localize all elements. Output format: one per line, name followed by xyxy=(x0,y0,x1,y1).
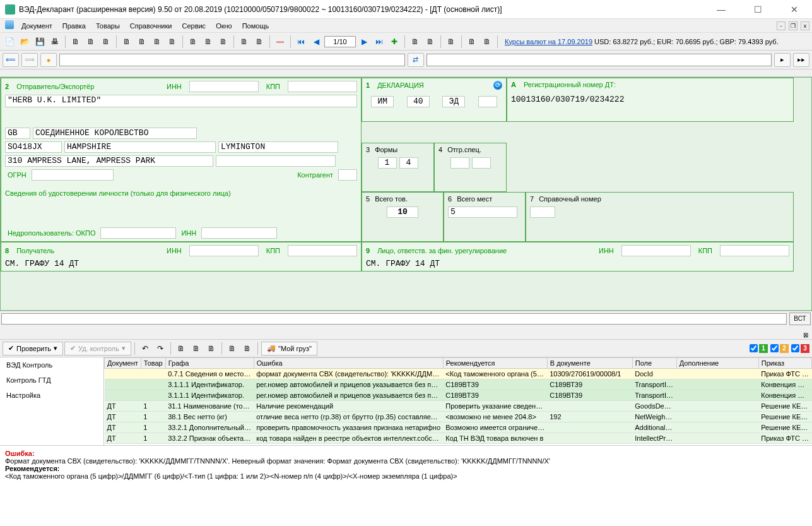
bct-button[interactable]: ВСТ xyxy=(789,313,811,325)
table-row[interactable]: ДТ138.1 Вес нетто (кг)отличие веса нетто… xyxy=(105,412,812,422)
decl-type2[interactable]: 40 xyxy=(407,96,430,107)
table-row[interactable]: 3.1.1.1 Идентификатор.рег.номер автомоби… xyxy=(105,380,812,390)
otgr-1[interactable] xyxy=(450,157,469,169)
nav-swap-icon[interactable]: ⇄ xyxy=(408,53,424,67)
fin-inn[interactable] xyxy=(621,245,691,256)
table-row[interactable]: ДТ133.2.1 Дополнительный прпроверить пра… xyxy=(105,422,812,433)
page-indicator[interactable]: 1/10 xyxy=(324,36,356,47)
my-cargo-button[interactable]: 🚚"Мой груз" xyxy=(261,342,317,356)
filter-1-checkbox[interactable]: 1 xyxy=(750,344,768,353)
table-row[interactable]: 0.7.1 Сведения о местонаформат документа… xyxy=(105,369,812,380)
tool-icon[interactable]: 🗎 xyxy=(423,35,437,49)
otgr-2[interactable] xyxy=(472,157,491,169)
grid-header[interactable]: Приказ xyxy=(758,358,811,369)
grid-header[interactable]: В документе xyxy=(547,358,632,369)
panel-close-icon[interactable]: ⊠ xyxy=(0,331,812,340)
grid-header[interactable]: Дополнение xyxy=(676,358,758,369)
rates-link[interactable]: Курсы валют на 17.09.2019 xyxy=(505,38,592,45)
save-icon[interactable]: 💾 xyxy=(33,35,47,49)
nav-field-2[interactable] xyxy=(427,54,772,66)
tool-icon[interactable]: 🗎 xyxy=(408,35,422,49)
sender-zip[interactable]: SO418JX xyxy=(5,141,62,153)
nav-more-icon[interactable]: ▸▸ xyxy=(793,53,809,67)
remove-icon[interactable]: — xyxy=(273,35,287,49)
ref-number[interactable] xyxy=(530,206,555,218)
forms-2[interactable]: 4 xyxy=(399,157,418,169)
prev-page-icon[interactable]: ◀ xyxy=(309,35,323,49)
sender-address[interactable]: 310 AMPRESS LANE, AMPRESS PARK xyxy=(5,155,213,167)
tab-ved-control[interactable]: ВЭД Контроль xyxy=(0,357,103,373)
sender-inn-input[interactable] xyxy=(189,81,259,92)
recipient-kpp[interactable] xyxy=(288,245,357,256)
tool-icon[interactable]: 🗎 xyxy=(189,342,203,356)
menu-document[interactable]: Документ xyxy=(16,20,57,32)
total-goods[interactable]: 10 xyxy=(387,206,418,218)
grid-header[interactable]: Документ xyxy=(105,358,141,369)
grid-header[interactable]: Поле xyxy=(632,358,676,369)
grid-header[interactable]: Товар xyxy=(141,358,165,369)
nedro-inn[interactable] xyxy=(201,227,277,239)
tool-icon[interactable]: 🗎 xyxy=(465,35,479,49)
sender-city[interactable]: LYMINGTON xyxy=(218,141,338,153)
grid-header[interactable]: Графа xyxy=(165,358,254,369)
tool-icon[interactable]: 🗎 xyxy=(120,35,134,49)
refresh-icon[interactable]: ⟳ xyxy=(493,81,502,90)
menu-goods[interactable]: Товары xyxy=(91,20,125,32)
menu-service[interactable]: Сервис xyxy=(177,20,211,32)
sender-kontragent[interactable] xyxy=(338,169,357,181)
close-button[interactable]: ✕ xyxy=(782,4,807,15)
sender-kpp-input[interactable] xyxy=(288,81,357,92)
grid-header[interactable]: Рекомендуется xyxy=(443,358,547,369)
sender-address2[interactable] xyxy=(216,155,336,167)
sender-country[interactable]: СОЕДИНЕННОЕ КОРОЛЕВСТВО xyxy=(33,128,197,139)
tool-icon[interactable]: 🗎 xyxy=(252,35,266,49)
tool-icon[interactable]: 🗎 xyxy=(84,35,98,49)
sender-ogrn[interactable] xyxy=(32,169,114,181)
table-row[interactable]: 3.1.1.1 Идентификатор.рег.номер автомоби… xyxy=(105,390,812,401)
tool-icon[interactable]: 🗎 xyxy=(150,35,164,49)
new-icon[interactable]: 📄 xyxy=(3,35,16,49)
decl-type4[interactable] xyxy=(478,96,497,107)
forms-1[interactable]: 1 xyxy=(378,157,397,169)
tool-icon[interactable]: 🗎 xyxy=(186,35,200,49)
tool-icon[interactable]: ↶ xyxy=(138,342,152,356)
tool-icon[interactable]: 🗎 xyxy=(237,35,251,49)
menu-window[interactable]: Окно xyxy=(211,20,237,32)
nav-fwd-icon[interactable]: ⟹ xyxy=(21,53,38,67)
tool-icon[interactable]: ↷ xyxy=(153,342,167,356)
mdi-restore-button[interactable]: ❐ xyxy=(789,21,797,30)
tool-icon[interactable]: 🗎 xyxy=(204,342,218,356)
sender-name[interactable]: "HERB U.K. LIMITED" xyxy=(5,95,357,107)
minimize-button[interactable]: — xyxy=(709,4,734,15)
last-page-icon[interactable]: ⏭ xyxy=(372,35,386,49)
tab-gtd-control[interactable]: Контроль ГТД xyxy=(0,373,103,388)
sender-country-code[interactable]: GB xyxy=(5,128,30,139)
mdi-close-button[interactable]: x xyxy=(801,21,809,30)
mdi-min-button[interactable]: - xyxy=(777,21,786,30)
tool-icon[interactable]: 🗎 xyxy=(444,35,458,49)
decl-type3[interactable]: ЭД xyxy=(442,96,465,107)
add-icon[interactable]: ✚ xyxy=(387,35,401,49)
next-page-icon[interactable]: ▶ xyxy=(357,35,371,49)
tool-icon[interactable]: 🗎 xyxy=(480,35,494,49)
delete-control-button[interactable]: ✔Уд. контроль▾ xyxy=(64,342,131,356)
tab-settings[interactable]: Настройка xyxy=(0,388,103,403)
fin-kpp[interactable] xyxy=(720,245,789,256)
tool-icon[interactable]: 🗎 xyxy=(216,35,230,49)
tool-icon[interactable]: 🗎 xyxy=(165,35,179,49)
tool-icon[interactable]: 🗎 xyxy=(174,342,188,356)
table-row[interactable]: ДТ131.1 Наименование (торгоНаличие реком… xyxy=(105,401,812,412)
tool-icon[interactable]: 🗎 xyxy=(69,35,83,49)
sender-region[interactable]: HAMPSHIRE xyxy=(64,141,216,153)
recipient-inn[interactable] xyxy=(189,245,259,256)
menu-help[interactable]: Помощь xyxy=(237,20,274,32)
maximize-button[interactable]: ☐ xyxy=(745,4,770,15)
filter-2-checkbox[interactable]: 2 xyxy=(770,344,789,353)
tool-icon[interactable]: 🗎 xyxy=(201,35,215,49)
decl-type1[interactable]: ИМ xyxy=(371,96,394,107)
grid-header[interactable]: Ошибка xyxy=(254,358,443,369)
tool-icon[interactable]: 🗎 xyxy=(135,35,149,49)
nav-go-icon[interactable]: ▸ xyxy=(774,53,791,67)
open-icon[interactable]: 📂 xyxy=(18,35,32,49)
table-row[interactable]: ДТ133.2.2 Признак объекта инкод товара н… xyxy=(105,433,812,444)
